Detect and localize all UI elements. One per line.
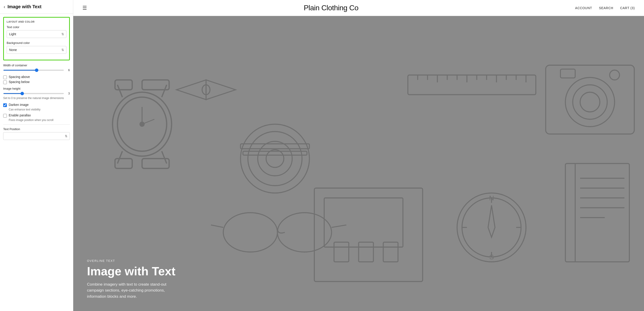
width-value: 6: [66, 68, 70, 72]
parallax-row: Enable parallax: [3, 113, 70, 118]
hero-title: Image with Text: [87, 265, 178, 278]
width-section: Width of container 6: [3, 63, 70, 72]
bg-color-label: Background color: [7, 41, 66, 45]
bg-color-select[interactable]: None Light Dark: [7, 46, 66, 54]
spacing-below-row: Spacing below: [3, 80, 70, 84]
store-name: Plain Clothing Co: [304, 4, 358, 12]
hero-area: N S: [73, 16, 644, 311]
parallax-label: Enable parallax: [9, 113, 31, 117]
divider: [3, 124, 70, 125]
hero-overline: OVERLINE TEXT: [87, 259, 178, 263]
text-position-select-wrap: ⇅: [3, 132, 70, 140]
spacing-above-checkbox[interactable]: [3, 75, 7, 79]
store-nav: ACCOUNT SEARCH CART (3): [575, 6, 635, 10]
darken-label: Darken image: [9, 103, 28, 107]
text-position-label: Text Position: [3, 127, 70, 131]
spacing-below-checkbox[interactable]: [3, 80, 7, 84]
spacing-below-label: Spacing below: [9, 80, 30, 84]
text-color-label: Text color: [7, 25, 66, 29]
image-height-slider-row: 3: [3, 92, 70, 95]
image-height-label: Image height: [3, 87, 70, 90]
hamburger-icon[interactable]: ☰: [82, 5, 87, 11]
layout-color-section: Layout and Color Text color Light Dark ⇅…: [3, 17, 70, 60]
text-position-select[interactable]: [3, 132, 70, 140]
bg-color-select-wrap: None Light Dark ⇅: [7, 46, 66, 54]
parallax-checkbox[interactable]: [3, 114, 7, 118]
nav-account[interactable]: ACCOUNT: [575, 6, 592, 10]
spacing-above-label: Spacing above: [9, 75, 30, 79]
layout-section-label: Layout and Color: [7, 20, 66, 23]
image-height-value: 3: [66, 92, 70, 95]
image-height-slider[interactable]: [3, 93, 64, 94]
store-header: ☰ Plain Clothing Co ACCOUNT SEARCH CART …: [73, 0, 644, 16]
text-color-select[interactable]: Light Dark: [7, 30, 66, 38]
width-slider[interactable]: [3, 70, 64, 71]
panel-header: ‹ Image with Text: [0, 0, 73, 14]
image-height-hint: Set to 0 to preserve the natural image d…: [3, 96, 70, 100]
darken-sub: Can enhance text visibility: [9, 108, 70, 111]
width-label: Width of container: [3, 63, 70, 67]
parallax-sub: Fixes image position when you scroll: [9, 118, 70, 122]
nav-cart[interactable]: CART (3): [620, 6, 635, 10]
nav-search[interactable]: SEARCH: [599, 6, 613, 10]
panel-content: Layout and Color Text color Light Dark ⇅…: [0, 14, 73, 311]
panel-title: Image with Text: [8, 4, 42, 9]
hero-body: Combine imagery with text to create stan…: [87, 282, 178, 300]
width-slider-row: 6: [3, 68, 70, 72]
back-button[interactable]: ‹: [4, 4, 5, 9]
darken-row: Darken image: [3, 103, 70, 107]
image-height-section: Image height 3 Set to 0 to preserve the …: [3, 87, 70, 100]
preview-panel: ☰ Plain Clothing Co ACCOUNT SEARCH CART …: [73, 0, 644, 311]
spacing-above-row: Spacing above: [3, 75, 70, 79]
text-color-select-wrap: Light Dark ⇅: [7, 30, 66, 38]
darken-checkbox[interactable]: [3, 103, 7, 107]
settings-panel: ‹ Image with Text Layout and Color Text …: [0, 0, 73, 311]
hero-text-block: OVERLINE TEXT Image with Text Combine im…: [73, 248, 192, 311]
